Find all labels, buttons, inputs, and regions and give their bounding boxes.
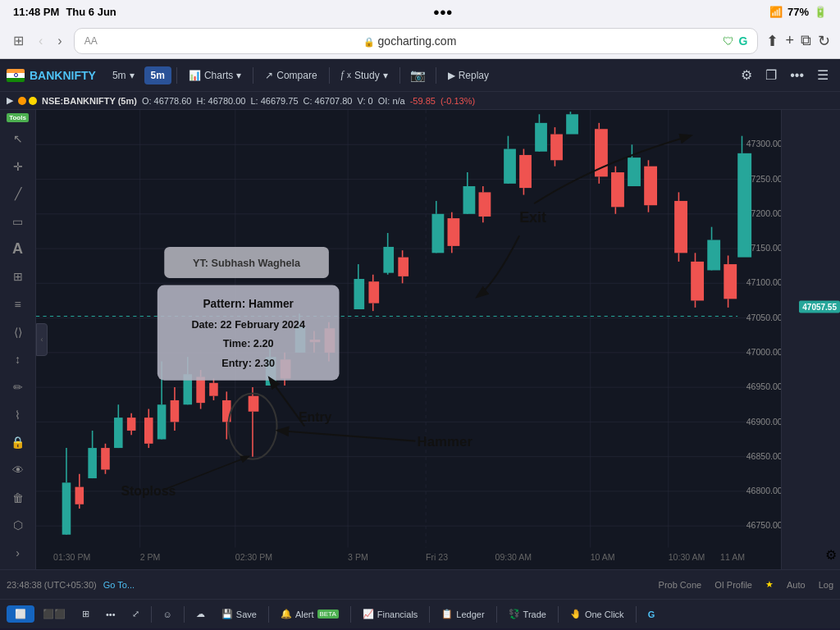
delete-tool[interactable]: 🗑 bbox=[5, 485, 31, 511]
one-click-button[interactable]: 🤚 One Click bbox=[562, 605, 632, 623]
log-button[interactable]: Log bbox=[819, 580, 833, 590]
timeframe-5m-active[interactable]: 5m bbox=[144, 66, 171, 84]
measure-tool[interactable]: ⊞ bbox=[5, 263, 31, 290]
svg-text:46900.00: 46900.00 bbox=[746, 417, 781, 427]
status-day: Thu 6 Jun bbox=[66, 6, 116, 18]
save-icon: 💾 bbox=[221, 609, 233, 619]
svg-rect-116 bbox=[463, 186, 476, 214]
fibonacci-tool[interactable]: ⟨⟩ bbox=[5, 319, 31, 345]
price-scale-settings[interactable]: ⚙ bbox=[825, 547, 837, 563]
eye-tool[interactable]: 👁 bbox=[5, 457, 31, 483]
menu-icon[interactable]: ☰ bbox=[812, 64, 833, 86]
oi-profile-button[interactable]: OI Profile bbox=[714, 580, 752, 590]
svg-text:Entry: Entry bbox=[299, 410, 332, 424]
bottom-bar: 23:48:38 (UTC+05:30) Go To... Prob Cone … bbox=[0, 569, 840, 599]
url-display: gocharting.com bbox=[378, 34, 457, 48]
settings-icon[interactable]: ⚙ bbox=[736, 64, 757, 86]
fx-icon: f bbox=[341, 69, 344, 81]
layout-split-btn[interactable]: ⬛⬛ bbox=[34, 605, 74, 623]
svg-rect-128 bbox=[535, 123, 547, 152]
quote-oi: OI: n/a bbox=[378, 96, 405, 106]
draw-tool[interactable]: ╱ bbox=[5, 180, 31, 207]
svg-rect-146 bbox=[644, 167, 657, 206]
goto-button[interactable]: Go To... bbox=[103, 580, 135, 590]
star-icon-2: 🤚 bbox=[570, 609, 582, 619]
brush-tool[interactable]: ≡ bbox=[5, 291, 31, 317]
svg-rect-131 bbox=[550, 135, 563, 161]
cellular-icon: ●●● bbox=[433, 6, 453, 18]
ledger-button[interactable]: 📋 Ledger bbox=[433, 605, 492, 623]
quote-change-pct: (-0.13%) bbox=[441, 96, 475, 106]
svg-text:Time: 2.20: Time: 2.20 bbox=[223, 339, 274, 350]
save-button[interactable]: 💾 Save bbox=[213, 605, 265, 623]
svg-rect-113 bbox=[448, 218, 460, 246]
auto-button[interactable]: Auto bbox=[787, 580, 806, 590]
svg-rect-155 bbox=[707, 240, 720, 270]
prob-cone-button[interactable]: Prob Cone bbox=[659, 580, 702, 590]
download-icon[interactable]: ⬆ bbox=[766, 32, 778, 50]
footer-toolbar: ⬜ ⬛⬛ ⊞ ••• ⤢ ☺ ☁ 💾 Save 🔔 Alert BETA 📈 F… bbox=[0, 599, 840, 628]
arrow-tool[interactable]: ↕ bbox=[5, 347, 31, 373]
quote-expand-arrow[interactable]: ▶ bbox=[7, 95, 13, 106]
financials-icon: 📈 bbox=[363, 609, 374, 619]
compare-button[interactable]: ↗ Compare bbox=[258, 66, 323, 84]
more-tools-btn[interactable]: › bbox=[5, 540, 31, 566]
wifi-icon: 📶 bbox=[769, 6, 783, 18]
svg-rect-98 bbox=[354, 279, 364, 309]
charts-button[interactable]: 📊 Charts ▾ bbox=[182, 66, 248, 84]
quote-bar: ▶ NSE:BANKNIFTY (5m) O: 46778.60 H: 4678… bbox=[0, 92, 840, 110]
svg-rect-43 bbox=[75, 487, 84, 504]
path-tool[interactable]: ⌇ bbox=[5, 402, 31, 428]
svg-rect-79 bbox=[249, 396, 259, 412]
financials-button[interactable]: 📈 Financials bbox=[354, 605, 427, 623]
svg-text:46800.00: 46800.00 bbox=[746, 486, 781, 495]
svg-rect-40 bbox=[62, 482, 71, 534]
current-price-badge: 47057.55 bbox=[799, 301, 840, 313]
alert-button[interactable]: 🔔 Alert BETA bbox=[272, 605, 347, 623]
address-bar[interactable]: AA 🔒 gocharting.com 🛡 G bbox=[74, 28, 759, 54]
rectangle-tool[interactable]: ▭ bbox=[5, 208, 31, 235]
label-tool[interactable]: ⬡ bbox=[5, 513, 31, 539]
svg-text:46850.00: 46850.00 bbox=[746, 451, 781, 461]
instagram-icon[interactable]: 📷 bbox=[405, 65, 431, 86]
crosshair-tool[interactable]: ✛ bbox=[5, 153, 31, 180]
new-tab-button[interactable]: + bbox=[785, 32, 794, 49]
sidebar-toggle-button[interactable]: ⊞ bbox=[10, 30, 27, 52]
trade-button[interactable]: 💱 Trade bbox=[500, 605, 555, 623]
tabs-button[interactable]: ⧉ bbox=[801, 32, 811, 49]
lock-tool[interactable]: 🔒 bbox=[5, 430, 31, 456]
svg-text:3 PM: 3 PM bbox=[348, 552, 368, 562]
forward-button[interactable]: › bbox=[54, 30, 65, 52]
pencil-tool[interactable]: ✏ bbox=[5, 374, 31, 400]
svg-rect-52 bbox=[114, 418, 123, 448]
gocharting-icon-btn[interactable]: G bbox=[640, 606, 664, 623]
timeframe-5m-secondary[interactable]: 5m ▾ bbox=[106, 66, 141, 84]
reload-button[interactable]: ↻ bbox=[818, 32, 830, 50]
svg-text:10:30 AM: 10:30 AM bbox=[669, 552, 705, 562]
more-layouts-btn[interactable]: ••• bbox=[98, 606, 124, 623]
layout-grid-btn[interactable]: ⊞ bbox=[74, 605, 98, 623]
svg-text:YT: Subhash Waghela: YT: Subhash Waghela bbox=[193, 258, 301, 269]
study-button[interactable]: fx Study ▾ bbox=[335, 66, 395, 84]
cursor-tool[interactable]: ↖ bbox=[5, 126, 31, 152]
chart-canvas[interactable]: 47300.00 47250.00 47200.00 47150.00 4710… bbox=[36, 110, 781, 569]
browser-bar: ⊞ ‹ › AA 🔒 gocharting.com 🛡 G ⬆ + ⧉ ↻ bbox=[0, 23, 840, 59]
text-tool[interactable]: A bbox=[5, 236, 31, 262]
symbol-name[interactable]: BANKNIFTY bbox=[30, 69, 96, 82]
beta-badge: BETA bbox=[317, 609, 339, 619]
svg-text:47300.00: 47300.00 bbox=[746, 139, 781, 148]
cloud-icon-btn[interactable]: ☁ bbox=[188, 605, 213, 623]
fullscreen-btn[interactable]: ⤢ bbox=[124, 605, 148, 623]
panel-collapse-handle[interactable]: ‹ bbox=[36, 323, 48, 356]
quote-high: H: 46780.00 bbox=[196, 96, 245, 106]
layers-icon[interactable]: ❐ bbox=[760, 64, 782, 86]
replay-button[interactable]: ▶ Replay bbox=[441, 66, 495, 84]
svg-rect-64 bbox=[171, 400, 180, 422]
layout-single-btn[interactable]: ⬜ bbox=[7, 605, 34, 623]
screener-icon-btn[interactable]: ☺ bbox=[155, 606, 180, 623]
svg-rect-158 bbox=[724, 264, 737, 299]
more-options-icon[interactable]: ••• bbox=[785, 65, 809, 86]
charts-icon: 📊 bbox=[189, 70, 201, 81]
svg-rect-110 bbox=[432, 214, 445, 253]
back-button[interactable]: ‹ bbox=[35, 30, 46, 52]
